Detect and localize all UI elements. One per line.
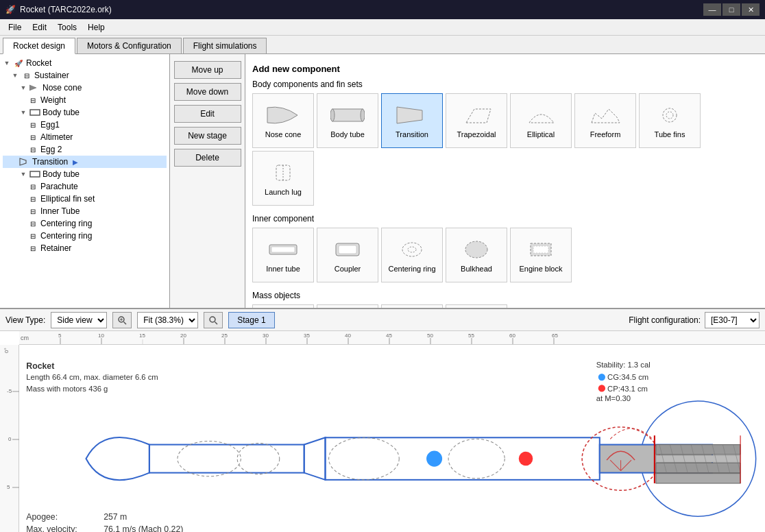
svg-text:5: 5 [58,332,62,339]
svg-point-4 [361,109,365,121]
zoom-fit-button[interactable] [112,312,132,328]
move-up-button[interactable]: Move up [174,61,241,79]
transition-marker: ▶ [73,158,78,166]
body-section-title: Body components and fin sets [252,80,758,89]
component-centeringring[interactable]: Centering ring [381,228,443,282]
component-engineblock[interactable]: Engine block [510,228,572,282]
transition-label: Transition [396,130,428,138]
close-button[interactable]: ✕ [742,3,760,16]
finset-icon: ⊟ [27,193,38,204]
svg-point-82 [448,439,505,478]
tree-egg1[interactable]: ⊟ Egg1 [3,119,167,131]
flight-config-label: Flight configuration: [629,315,701,325]
component-bodytube[interactable]: Body tube [317,93,378,148]
tree-sustainer-label: Sustainer [34,71,69,80]
bodytube2-icon [29,169,40,180]
bottom-toolbar: View Type: Side view Fit (38.3%) Stage 1… [0,309,765,331]
svg-text:cm: cm [21,335,29,341]
component-parachute[interactable]: Parachute [252,304,314,308]
coupler-component-icon [330,237,365,262]
component-tubefins[interactable]: Tube fins [639,93,701,148]
maximize-button[interactable]: □ [722,3,740,16]
tree-altimeter[interactable]: ⊟ Altimeter [3,131,167,143]
tubefins-label: Tube fins [655,130,685,138]
component-innertube[interactable]: Inner tube [252,228,314,282]
tree-transition[interactable]: Transition ▶ [3,156,167,168]
tree-finset-label: Elliptical fin set [40,194,95,204]
add-component-title: Add new component [252,64,758,74]
freeform-component-icon [588,103,622,128]
menu-file[interactable]: File [3,21,27,34]
left-panel: ▼ 🚀 Rocket ▼ ⊟ Sustainer ▼ Nose cone ⊟ W… [0,54,170,308]
viz-area: cm 5 10 15 20 25 30 35 40 45 5 [0,331,765,532]
delete-button[interactable]: Delete [174,149,241,167]
svg-line-27 [215,322,218,324]
tree-retainer[interactable]: ⊟ Retainer [3,242,167,254]
tree-rocket-label: Rocket [26,58,51,68]
tree-bodytube1[interactable]: ▼ Body tube [3,106,167,119]
svg-text:Length 66.4 cm, max. diameter : Length 66.4 cm, max. diameter 6.6 cm [26,373,158,381]
title-bar-controls: — □ ✕ [703,3,760,16]
component-massobject[interactable]: Mass object [446,304,507,308]
coupler-label: Coupler [335,265,361,273]
tree-innertube[interactable]: ⊟ Inner Tube [3,205,167,217]
component-trapezoidal[interactable]: Trapezoidal [446,93,507,148]
title-bar-left: 🚀 Rocket (TARC2022e.ork) [5,5,112,14]
menu-edit[interactable]: Edit [27,21,52,34]
tab-flight-simulations[interactable]: Flight simulations [183,38,267,53]
tree-nosecone[interactable]: ▼ Nose cone [3,82,167,94]
svg-text:257 m: 257 m [104,512,127,522]
edit-button[interactable]: Edit [174,105,241,123]
tree-weight-label: Weight [40,95,66,105]
tab-motors[interactable]: Motors & Configuration [77,38,182,53]
component-elliptical[interactable]: Elliptical [510,93,572,148]
svg-text:76.1 m/s  (Mach 0.22): 76.1 m/s (Mach 0.22) [104,524,183,532]
tree-finset[interactable]: ⊟ Elliptical fin set [3,193,167,205]
stage-button[interactable]: Stage 1 [228,312,274,328]
component-transition[interactable]: Transition [381,93,443,148]
menu-tools[interactable]: Tools [52,21,82,34]
svg-text:0: 0 [8,436,12,442]
tree-rocket[interactable]: ▼ 🚀 Rocket [3,57,167,69]
tree-bodytube1-label: Body tube [42,108,80,117]
component-bulkhead[interactable]: Bulkhead [446,228,507,282]
svg-text:30: 30 [263,332,269,339]
flight-config: Flight configuration: [E30-7] [629,312,760,328]
menu-help[interactable]: Help [82,21,110,34]
tree-egg2[interactable]: ⊟ Egg 2 [3,143,167,156]
component-freeform[interactable]: Freeform [574,93,636,148]
tree-bodytube2[interactable]: ▼ Body tube [3,168,167,180]
svg-point-13 [402,243,422,256]
centeringring1-icon: ⊟ [27,218,38,229]
zoom-icon-button[interactable] [204,312,223,328]
minimize-button[interactable]: — [703,3,721,16]
tree-centeringring1[interactable]: ⊟ Centering ring [3,217,167,230]
component-streamer[interactable]: Streamer [317,304,378,308]
transition-component-icon [395,103,429,128]
flight-config-select[interactable]: [E30-7] [705,312,760,328]
svg-point-6 [666,112,673,119]
move-down-button[interactable]: Move down [174,83,241,101]
svg-point-15 [465,241,487,258]
component-nosecone[interactable]: Nose cone [252,93,314,148]
tree-bodytube2-label: Body tube [42,169,80,179]
svg-point-81 [426,450,443,468]
component-coupler[interactable]: Coupler [317,228,378,282]
rocket-icon: 🚀 [13,58,24,69]
tab-rocket-design[interactable]: Rocket design [3,38,75,54]
svg-text:Rocket: Rocket [26,361,54,371]
bodytube-component-icon [330,103,365,128]
new-stage-button[interactable]: New stage [174,127,241,145]
svg-text:10: 10 [98,332,104,339]
tree-parachute[interactable]: ⊟ Parachute [3,180,167,193]
component-launchlug[interactable]: Launch lug [252,151,314,206]
view-type-select[interactable]: Side view [51,312,107,328]
mass-component-grid: Parachute Streamer Shock cord [252,304,758,308]
tree-centeringring2[interactable]: ⊟ Centering ring [3,230,167,242]
tree-sustainer[interactable]: ▼ ⊟ Sustainer [3,69,167,82]
svg-text:20: 20 [180,332,186,339]
svg-line-23 [124,322,127,324]
zoom-select[interactable]: Fit (38.3%) [137,312,198,328]
component-shockcord[interactable]: Shock cord [381,304,443,308]
tree-weight[interactable]: ⊟ Weight [3,94,167,106]
